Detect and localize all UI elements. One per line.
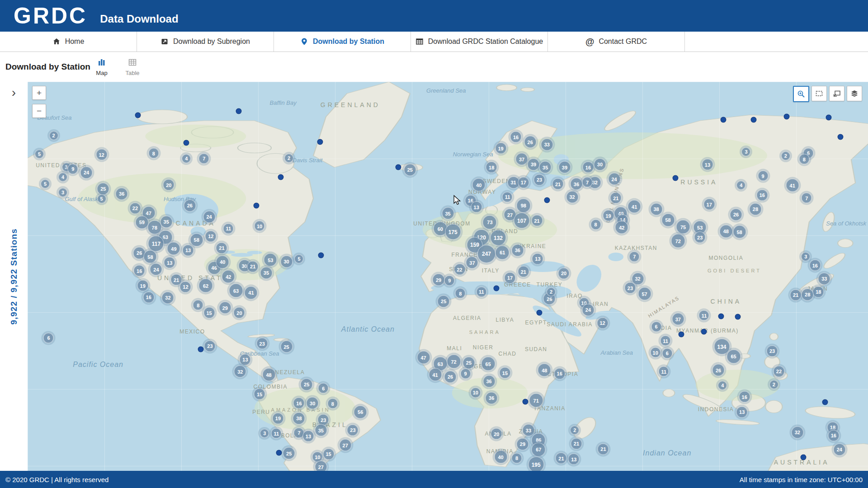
cluster-marker[interactable]: 7: [802, 193, 812, 203]
cluster-marker[interactable]: 26: [444, 371, 457, 383]
station-marker[interactable]: [184, 140, 189, 146]
station-marker[interactable]: [135, 113, 141, 118]
cluster-marker[interactable]: 36: [483, 375, 495, 387]
cluster-marker[interactable]: 16: [828, 430, 839, 441]
cluster-marker[interactable]: 20: [491, 428, 502, 440]
cluster-marker[interactable]: 4: [736, 181, 745, 190]
cluster-marker[interactable]: 40: [472, 178, 486, 192]
cluster-marker[interactable]: 21: [216, 242, 227, 253]
cluster-marker[interactable]: 36: [570, 178, 582, 190]
cluster-marker[interactable]: 42: [615, 221, 628, 234]
cluster-marker[interactable]: 13: [568, 454, 580, 465]
cluster-marker[interactable]: 16: [554, 368, 565, 379]
cluster-marker[interactable]: 22: [773, 366, 784, 377]
cluster-marker[interactable]: 13: [302, 431, 314, 442]
cluster-marker[interactable]: 19: [495, 143, 506, 154]
cluster-marker[interactable]: 6: [651, 321, 661, 332]
cluster-marker[interactable]: 23: [256, 338, 268, 349]
station-marker[interactable]: [395, 164, 401, 170]
cluster-marker[interactable]: 9: [460, 368, 471, 379]
cluster-marker[interactable]: 23: [318, 414, 329, 426]
cluster-marker[interactable]: 71: [529, 394, 543, 408]
cluster-marker[interactable]: 20: [234, 307, 245, 319]
cluster-marker[interactable]: 32: [632, 272, 644, 285]
cluster-marker[interactable]: 12: [205, 230, 217, 242]
cluster-marker[interactable]: 13: [164, 257, 175, 268]
station-marker[interactable]: [800, 454, 806, 460]
cluster-marker[interactable]: 58: [190, 233, 203, 246]
station-marker[interactable]: [735, 314, 741, 320]
cluster-marker[interactable]: 36: [511, 244, 524, 256]
cluster-marker[interactable]: 16: [510, 131, 522, 143]
cluster-marker[interactable]: 33: [522, 424, 534, 436]
cluster-marker[interactable]: 2: [769, 380, 778, 389]
cluster-marker[interactable]: 67: [532, 442, 546, 456]
cluster-marker[interactable]: 48: [262, 368, 275, 381]
cluster-marker[interactable]: 28: [802, 288, 814, 300]
cluster-marker[interactable]: 12: [96, 149, 107, 160]
cluster-marker[interactable]: 58: [144, 250, 157, 263]
cluster-marker[interactable]: 15: [499, 367, 510, 379]
cluster-marker[interactable]: 25: [462, 357, 475, 369]
cluster-marker[interactable]: 40: [216, 255, 229, 268]
cluster-marker[interactable]: 19: [272, 413, 283, 424]
cluster-marker[interactable]: 25: [280, 341, 292, 353]
cluster-marker[interactable]: 59: [135, 216, 148, 229]
cluster-marker[interactable]: 29: [219, 302, 231, 314]
cluster-marker[interactable]: 75: [676, 220, 690, 234]
cluster-marker[interactable]: 9: [444, 275, 455, 286]
cluster-marker[interactable]: 6: [318, 383, 329, 394]
cluster-marker[interactable]: 247: [477, 245, 495, 263]
cluster-marker[interactable]: 175: [445, 224, 461, 240]
station-marker[interactable]: [822, 399, 828, 405]
cluster-marker[interactable]: 23: [624, 282, 636, 294]
cluster-marker[interactable]: 41: [786, 179, 799, 192]
cluster-marker[interactable]: 12: [597, 317, 608, 328]
cluster-marker[interactable]: 6: [43, 333, 54, 343]
cluster-marker[interactable]: 9: [758, 171, 768, 181]
cluster-marker[interactable]: 33: [818, 272, 830, 285]
cluster-marker[interactable]: 32: [162, 291, 174, 304]
cluster-marker[interactable]: 13: [702, 159, 713, 170]
cluster-marker[interactable]: 25: [438, 295, 450, 307]
tab-contact-grdc[interactable]: @Contact GRDC: [548, 32, 685, 52]
cluster-marker[interactable]: 8: [799, 154, 809, 164]
cluster-marker[interactable]: 62: [199, 279, 213, 293]
station-marker[interactable]: [198, 347, 203, 352]
cluster-marker[interactable]: 23: [534, 174, 545, 185]
cluster-marker[interactable]: 30: [307, 397, 319, 409]
cluster-marker[interactable]: 49: [167, 242, 180, 255]
cluster-marker[interactable]: 24: [203, 211, 215, 223]
cluster-marker[interactable]: 2: [284, 154, 293, 163]
cluster-marker[interactable]: 30: [594, 158, 606, 170]
cluster-marker[interactable]: 23: [694, 232, 706, 243]
cluster-marker[interactable]: 35: [442, 207, 454, 220]
cluster-marker[interactable]: 2: [49, 131, 58, 140]
cluster-marker[interactable]: 39: [558, 161, 571, 174]
cluster-marker[interactable]: 8: [455, 288, 466, 299]
station-marker[interactable]: [276, 450, 282, 455]
cluster-marker[interactable]: 2: [781, 151, 790, 160]
cluster-marker[interactable]: 65: [726, 349, 741, 363]
cluster-marker[interactable]: 17: [505, 272, 516, 283]
cluster-marker[interactable]: 8: [511, 453, 522, 463]
cluster-marker[interactable]: 58: [733, 225, 746, 239]
cluster-marker[interactable]: 21: [556, 453, 567, 464]
zoom-in-button[interactable]: +: [32, 86, 46, 100]
cluster-marker[interactable]: 16: [143, 291, 154, 303]
cluster-marker[interactable]: 39: [528, 158, 540, 170]
cluster-marker[interactable]: 8: [590, 219, 601, 230]
cluster-marker[interactable]: 16: [809, 260, 821, 271]
cluster-marker[interactable]: 2: [570, 426, 579, 435]
cluster-marker[interactable]: 10: [470, 387, 481, 398]
extent-tool[interactable]: [811, 86, 827, 101]
cluster-marker[interactable]: 27: [315, 461, 327, 471]
cluster-marker[interactable]: 24: [150, 263, 162, 276]
cluster-marker[interactable]: 3: [741, 147, 750, 156]
cluster-marker[interactable]: 21: [598, 443, 609, 455]
cluster-marker[interactable]: 23: [204, 340, 216, 352]
cluster-marker[interactable]: 30: [280, 255, 292, 267]
cluster-marker[interactable]: 47: [417, 351, 430, 364]
cluster-marker[interactable]: 5: [41, 179, 50, 188]
cluster-marker[interactable]: 35: [539, 161, 552, 174]
